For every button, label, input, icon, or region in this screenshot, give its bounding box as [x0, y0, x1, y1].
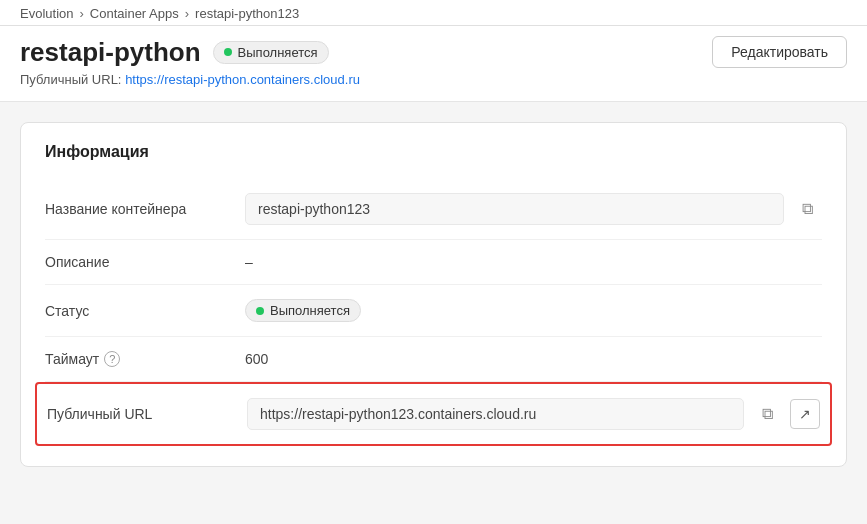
info-value-wrapper-status: Выполняется: [245, 299, 822, 322]
breadcrumb-container-apps[interactable]: Container Apps: [90, 6, 179, 21]
info-row-status: Статус Выполняется: [45, 285, 822, 337]
status-value-dot-icon: [256, 307, 264, 315]
card-title: Информация: [45, 143, 822, 161]
info-value-wrapper-public-url: https://restapi-python123.containers.clo…: [247, 398, 820, 430]
info-row-description: Описание –: [45, 240, 822, 285]
info-value-wrapper-container-name: restapi-python123 ⧉: [245, 193, 822, 225]
public-url-link[interactable]: https://restapi-python.containers.cloud.…: [125, 72, 360, 87]
header-top: restapi-python Выполняется Редактировать: [20, 36, 847, 68]
info-label-timeout: Таймаут ?: [45, 351, 245, 367]
status-dot-icon: [224, 48, 232, 56]
public-url-header: Публичный URL: https://restapi-python.co…: [20, 72, 847, 87]
breadcrumb-sep-2: ›: [185, 6, 189, 21]
container-name-value: restapi-python123: [245, 193, 784, 225]
copy-container-name-button[interactable]: ⧉: [792, 194, 822, 224]
breadcrumb-current: restapi-python123: [195, 6, 299, 21]
info-label-description: Описание: [45, 254, 245, 270]
status-badge: Выполняется: [213, 41, 329, 64]
info-value-wrapper-timeout: 600: [245, 351, 822, 367]
status-value-badge: Выполняется: [245, 299, 361, 322]
copy-public-url-button[interactable]: ⧉: [752, 399, 782, 429]
status-value-label: Выполняется: [270, 303, 350, 318]
page-header: restapi-python Выполняется Редактировать…: [0, 26, 867, 102]
info-row-public-url: Публичный URL https://restapi-python123.…: [35, 382, 832, 446]
timeout-value: 600: [245, 351, 268, 367]
info-card: Информация Название контейнера restapi-p…: [20, 122, 847, 467]
info-label-status: Статус: [45, 303, 245, 319]
info-label-container-name: Название контейнера: [45, 201, 245, 217]
info-row-timeout: Таймаут ? 600: [45, 337, 822, 382]
info-value-wrapper-description: –: [245, 254, 822, 270]
edit-button[interactable]: Редактировать: [712, 36, 847, 68]
header-left: restapi-python Выполняется: [20, 37, 329, 68]
breadcrumb: Evolution › Container Apps › restapi-pyt…: [20, 6, 847, 25]
info-row-container-name: Название контейнера restapi-python123 ⧉: [45, 179, 822, 240]
public-url-label: Публичный URL:: [20, 72, 122, 87]
timeout-help-icon[interactable]: ?: [104, 351, 120, 367]
breadcrumb-bar: Evolution › Container Apps › restapi-pyt…: [0, 0, 867, 26]
info-label-public-url: Публичный URL: [47, 406, 247, 422]
breadcrumb-sep-1: ›: [79, 6, 83, 21]
description-value: –: [245, 254, 253, 270]
main-content: Информация Название контейнера restapi-p…: [0, 102, 867, 487]
public-url-value: https://restapi-python123.containers.clo…: [247, 398, 744, 430]
page-title: restapi-python: [20, 37, 201, 68]
open-public-url-button[interactable]: ↗: [790, 399, 820, 429]
status-badge-label: Выполняется: [238, 45, 318, 60]
breadcrumb-evolution[interactable]: Evolution: [20, 6, 73, 21]
